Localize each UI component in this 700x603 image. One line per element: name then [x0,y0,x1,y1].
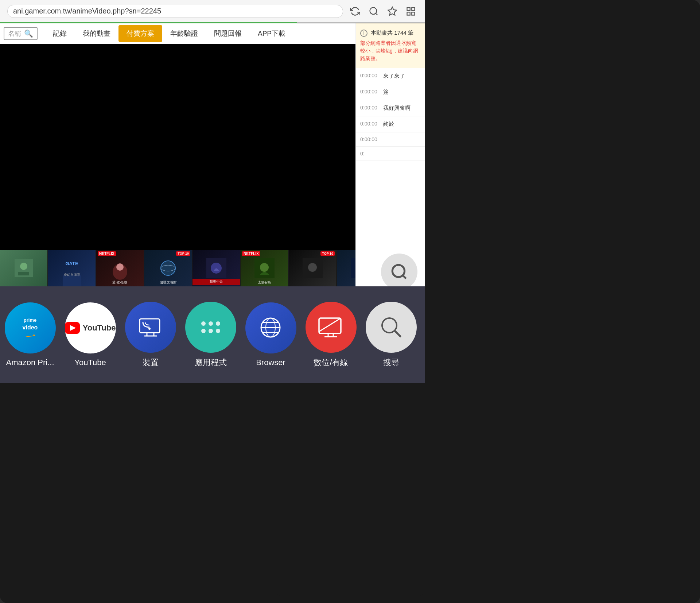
tv-stand-base [277,581,423,596]
comment-time-1: 0:00:00 [360,73,380,78]
svg-line-1 [376,13,377,15]
address-bar[interactable]: ani.gamer.com.tw/animeVideo.php?sn=22245 [7,5,343,18]
comment-time-2: 0:00:00 [360,89,380,94]
comment-text-4: 終於 [383,121,394,128]
tab-age-verify[interactable]: 年齡驗證 [162,25,206,42]
app-bar: prime video Amazon Pri... YouTube [0,286,425,383]
netflix-badge-6: NETFLIX [242,251,260,256]
apps-label: 應用程式 [195,357,227,368]
svg-point-22 [308,263,317,272]
partial-time-2: 0: [360,151,365,156]
sidebar-red-text: 部分網路業者因通器頻寬較小，尖峰lag，建議向網路業整。 [360,39,420,62]
svg-point-0 [370,7,377,14]
thumb6-title: 太陽召喚 [241,280,288,285]
thumbnail-8[interactable]: Anim... [337,250,355,286]
amazon-prime-app[interactable]: prime video Amazon Pri... [0,302,60,367]
video-player[interactable] [0,44,355,250]
tv-screen: ani.gamer.com.tw/animeVideo.php?sn=22245 [0,0,425,383]
svg-point-7 [392,265,404,277]
svg-rect-23 [351,258,356,278]
search-label: 搜尋 [383,357,399,368]
svg-point-18 [211,263,222,274]
sidebar-info: i 本動畫共 1744 筆 部分網路業者因通器頻寬較小，尖峰lag，建議向網路業… [356,23,425,68]
device-app[interactable]: 裝置 [120,302,180,368]
youtube-play-triangle [70,325,76,331]
sidebar-search-button[interactable] [381,254,417,290]
gate-subtitle: 奇幻自衛隊 [64,272,80,277]
thumbnail-2[interactable]: GATE 奇幻自衛隊 [48,250,96,286]
svg-point-29 [148,328,151,330]
thumbnails-row: GATE 奇幻自衛隊 NETFLIX 愛·媒·怪物 [0,250,355,286]
svg-rect-6 [407,12,410,15]
info-icon: i [360,30,368,37]
thumbnail-1[interactable] [0,250,47,286]
tv-stand-neck [317,556,383,585]
tv-bezel: ani.gamer.com.tw/animeVideo.php?sn=22245 [0,0,700,603]
comment-4: 0:00:00 終於 [356,116,425,132]
thumbnail-7[interactable]: TOP 10 [289,250,336,286]
svg-rect-5 [412,12,415,15]
comment-3: 0:00:00 我好興奮啊 [356,100,425,116]
amazon-prime-label: Amazon Pri... [6,358,54,367]
search-button[interactable] [367,5,380,18]
comment-1: 0:00:00 來了來了 [356,68,425,84]
top10-badge-4: TOP 10 [176,251,190,256]
browser-label: Browser [256,358,285,367]
comment-text-1: 來了來了 [383,73,405,80]
svg-point-20 [260,263,269,272]
thumbnail-5[interactable]: 我誓生命 [192,250,240,286]
digital-app[interactable]: 數位/有線 [301,302,361,368]
browser-app[interactable]: Browser [241,302,301,367]
url-text: ani.gamer.com.tw/animeVideo.php?sn=22245 [13,7,161,15]
apps-grid-icon [194,314,228,340]
thumb4-title: 邊疆文明館 [144,280,192,285]
tab-my-anime[interactable]: 我的動畫 [75,25,118,42]
tab-report[interactable]: 問題回報 [206,25,250,42]
nav-bar: 名稱 🔍 記錄 我的動畫 付費方案 年齡驗證 問題回報 APP下載 [0,23,355,44]
netflix-badge-3: NETFLIX [98,251,116,256]
comment-time-3: 0:00:00 [360,105,380,111]
digital-label: 數位/有線 [314,357,348,368]
reload-button[interactable] [349,5,362,18]
svg-line-8 [403,275,406,279]
menu-button[interactable] [404,5,417,18]
gate-label: GATE [65,261,78,266]
top10-badge-7: TOP 10 [320,251,335,256]
star-button[interactable] [386,5,399,18]
youtube-wordmark: YouTube [83,323,116,333]
svg-line-39 [319,318,341,332]
svg-rect-4 [412,7,415,10]
comment-time-4: 0:00:00 [360,121,380,127]
thumbnail-3[interactable]: NETFLIX 愛·媒·怪物 [96,250,144,286]
tab-download[interactable]: APP下載 [250,25,293,42]
thumb8-title: Anim... [337,281,355,285]
thumbnail-4[interactable]: TOP 10 邊疆文明館 [144,250,192,286]
partial-time-1: 0:00:00 [360,136,377,142]
youtube-app[interactable]: YouTube YouTube [60,302,120,367]
youtube-label: YouTube [74,358,106,367]
svg-point-14 [116,263,124,271]
thumbnail-6[interactable]: NETFLIX 太陽召喚 [241,250,288,286]
comment-text-2: 簽 [383,89,389,96]
amazon-prime-text: prime [24,317,36,323]
apps-app[interactable]: 應用程式 [180,302,241,368]
comment-text-3: 我好興奮啊 [383,105,411,112]
tab-pricing[interactable]: 付費方案 [118,25,162,42]
svg-line-41 [395,331,400,336]
info-text: 本動畫共 1744 筆 [371,30,413,36]
thumb5-title: 我誓生命 [192,279,240,285]
search-app[interactable]: 搜尋 [361,302,421,368]
search-icon: 🔍 [24,29,33,38]
svg-point-15 [161,261,175,275]
svg-point-10 [20,263,27,270]
svg-rect-25 [140,319,160,333]
youtube-logo-red [65,322,80,334]
search-box[interactable]: 名稱 🔍 [4,27,38,40]
globe-icon [259,316,283,340]
browser-bar: ani.gamer.com.tw/animeVideo.php?sn=22245 [0,0,425,23]
comment-2: 0:00:00 簽 [356,84,425,100]
search-icon-large [379,315,403,339]
tv-icon [317,316,345,338]
amazon-video-text: video [23,324,38,331]
tab-history[interactable]: 記錄 [45,25,75,42]
